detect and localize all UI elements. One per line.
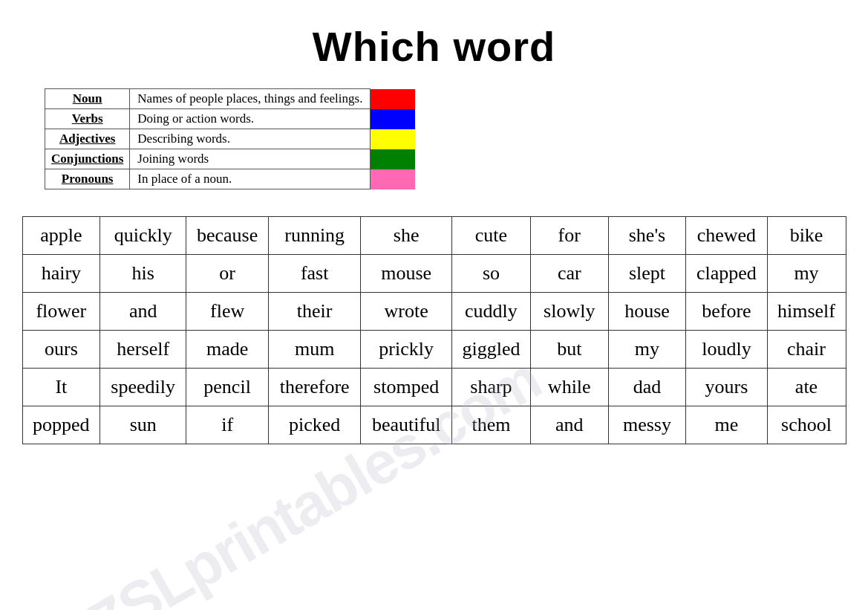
word-cell[interactable]: made — [186, 331, 269, 369]
legend-category-name: Verbs — [45, 109, 130, 129]
legend-color-box — [371, 129, 415, 149]
word-cell[interactable]: popped — [22, 406, 100, 444]
word-cell[interactable]: cute — [452, 217, 531, 255]
legend-category-name: Pronouns — [45, 169, 130, 189]
legend-color-box — [371, 89, 415, 109]
legend-category-description: Joining words — [130, 149, 371, 169]
word-cell[interactable]: himself — [767, 293, 846, 331]
word-cell[interactable]: or — [186, 255, 269, 293]
word-cell[interactable]: therefore — [269, 369, 361, 406]
word-cell[interactable]: wrote — [361, 293, 452, 331]
legend-table: NounNames of people places, things and f… — [45, 88, 415, 189]
word-cell[interactable]: while — [530, 369, 608, 406]
word-cell[interactable]: chair — [767, 331, 846, 369]
word-cell[interactable]: slept — [608, 255, 686, 293]
word-cell[interactable]: ate — [767, 369, 846, 406]
word-cell[interactable]: mouse — [361, 255, 452, 293]
word-cell[interactable]: pencil — [186, 369, 269, 406]
word-cell[interactable]: school — [767, 406, 846, 444]
word-cell[interactable]: slowly — [530, 293, 608, 331]
word-cell[interactable]: cuddly — [452, 293, 531, 331]
word-grid: applequicklybecauserunningshecuteforshe'… — [22, 216, 846, 444]
word-cell[interactable]: their — [269, 293, 361, 331]
word-cell[interactable]: sharp — [452, 369, 531, 406]
word-cell[interactable]: quickly — [100, 217, 186, 255]
word-cell[interactable]: dad — [608, 369, 686, 406]
word-cell[interactable]: speedily — [100, 369, 186, 406]
word-cell[interactable]: mum — [269, 331, 361, 369]
word-cell[interactable]: beautiful — [361, 406, 452, 444]
word-cell[interactable]: my — [767, 255, 846, 293]
legend-color-box — [371, 149, 415, 169]
word-cell[interactable]: giggled — [452, 331, 531, 369]
word-cell[interactable]: she's — [608, 217, 686, 255]
word-cell[interactable]: clapped — [686, 255, 767, 293]
word-cell[interactable]: car — [530, 255, 608, 293]
word-cell[interactable]: my — [608, 331, 686, 369]
word-cell[interactable]: them — [452, 406, 531, 444]
word-cell[interactable]: running — [269, 217, 361, 255]
legend-color-box — [371, 169, 415, 189]
word-cell[interactable]: house — [608, 293, 686, 331]
legend-category-description: Names of people places, things and feeli… — [130, 89, 371, 109]
word-cell[interactable]: yours — [686, 369, 767, 406]
word-cell[interactable]: stomped — [361, 369, 452, 406]
legend-category-description: Describing words. — [130, 129, 371, 149]
word-cell[interactable]: she — [361, 217, 452, 255]
legend-color-box — [371, 109, 415, 129]
word-cell[interactable]: sun — [100, 406, 186, 444]
legend-category-name: Adjectives — [45, 129, 130, 149]
word-cell[interactable]: if — [186, 406, 269, 444]
word-cell[interactable]: his — [100, 255, 186, 293]
word-cell[interactable]: so — [452, 255, 531, 293]
legend-category-name: Noun — [45, 89, 130, 109]
word-cell[interactable]: flower — [22, 293, 100, 331]
page-title: Which word — [0, 22, 868, 71]
word-cell[interactable]: for — [530, 217, 608, 255]
word-cell[interactable]: picked — [269, 406, 361, 444]
legend-category-description: In place of a noun. — [130, 169, 371, 189]
word-cell[interactable]: herself — [100, 331, 186, 369]
word-cell[interactable]: hairy — [22, 255, 100, 293]
word-cell[interactable]: chewed — [686, 217, 767, 255]
legend-category-description: Doing or action words. — [130, 109, 371, 129]
word-cell[interactable]: because — [186, 217, 269, 255]
word-cell[interactable]: flew — [186, 293, 269, 331]
word-cell[interactable]: fast — [269, 255, 361, 293]
word-cell[interactable]: prickly — [361, 331, 452, 369]
word-cell[interactable]: loudly — [686, 331, 767, 369]
word-cell[interactable]: messy — [608, 406, 686, 444]
legend-category-name: Conjunctions — [45, 149, 130, 169]
word-cell[interactable]: but — [530, 331, 608, 369]
word-cell[interactable]: me — [686, 406, 767, 444]
word-cell[interactable]: apple — [22, 217, 100, 255]
word-cell[interactable]: bike — [767, 217, 846, 255]
word-cell[interactable]: before — [686, 293, 767, 331]
word-cell[interactable]: It — [22, 369, 100, 406]
word-cell[interactable]: and — [530, 406, 608, 444]
word-cell[interactable]: and — [100, 293, 186, 331]
word-cell[interactable]: ours — [22, 331, 100, 369]
